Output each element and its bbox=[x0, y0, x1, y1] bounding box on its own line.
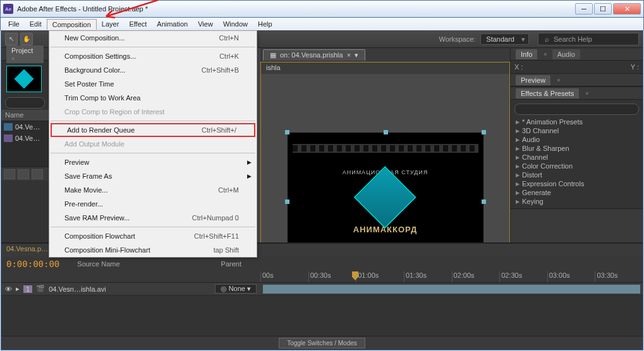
layer-name: 04.Vesn…ishla.avi bbox=[49, 285, 106, 293]
menu-window[interactable]: Window bbox=[218, 19, 253, 29]
current-time[interactable]: 0:00:00:00 bbox=[1, 259, 64, 269]
preset-category[interactable]: ▶Generate bbox=[514, 188, 639, 197]
menu-item-crop-comp-to-region-of-interest: Crop Comp to Region of Interest bbox=[49, 105, 257, 119]
composition-menu-dropdown: New Composition...Ctrl+NComposition Sett… bbox=[49, 30, 257, 258]
selection-tool[interactable]: ↖ bbox=[5, 33, 18, 45]
info-panel-tabs: Info × Audio bbox=[511, 48, 643, 61]
layer-bar[interactable] bbox=[263, 285, 640, 294]
info-tab[interactable]: Info bbox=[516, 49, 537, 59]
timeline-panel: 04.Vesna.p… × 0:00:00:00 Source Name Par… bbox=[1, 242, 643, 350]
project-item-avi[interactable]: 04.Ve… bbox=[1, 133, 49, 144]
menu-item-add-output-module: Add Output Module bbox=[49, 137, 257, 151]
transform-handle[interactable] bbox=[285, 199, 289, 204]
app-icon: Ae bbox=[3, 4, 13, 14]
menu-item-set-poster-time[interactable]: Set Poster Time bbox=[49, 77, 257, 91]
new-folder-button[interactable] bbox=[18, 169, 29, 179]
menu-item-background-color-[interactable]: Background Color...Ctrl+Shift+B bbox=[49, 63, 257, 77]
menu-item-preview[interactable]: Preview▶ bbox=[49, 155, 257, 169]
menu-item-add-to-render-queue[interactable]: Add to Render QueueCtrl+Shift+/ bbox=[51, 123, 255, 137]
menu-layer[interactable]: Layer bbox=[97, 19, 125, 29]
comp-name: ishla bbox=[261, 62, 509, 74]
new-comp-button[interactable] bbox=[32, 169, 43, 179]
layer-type-icon: 🎬 bbox=[36, 285, 45, 293]
eye-icon[interactable]: 👁 bbox=[5, 285, 12, 293]
preview-tab[interactable]: Preview bbox=[516, 75, 550, 85]
menu-item-composition-settings-[interactable]: Composition Settings...Ctrl+K bbox=[49, 49, 257, 63]
filmstrip-decoration bbox=[293, 144, 478, 153]
preset-category[interactable]: ▶3D Channel bbox=[514, 126, 639, 135]
project-footer bbox=[1, 167, 49, 181]
preset-category[interactable]: ▶Distort bbox=[514, 170, 639, 179]
time-tick: 03:30s bbox=[595, 271, 643, 282]
close-tab-icon[interactable]: × bbox=[347, 51, 351, 59]
time-tick: 01:30s bbox=[404, 271, 452, 282]
menu-item-pre-render-[interactable]: Pre-render... bbox=[49, 197, 257, 211]
project-name-header[interactable]: Name bbox=[1, 110, 49, 121]
time-ruler[interactable]: 00s00:30s01:00s01:30s02:00s02:30s03:00s0… bbox=[1, 271, 643, 283]
menu-composition[interactable]: Composition bbox=[47, 19, 97, 30]
transform-handle[interactable] bbox=[482, 130, 486, 134]
preset-category[interactable]: ▶Expression Controls bbox=[514, 179, 639, 188]
workspace-dropdown[interactable]: Standard bbox=[480, 33, 529, 45]
menu-item-trim-comp-to-work-area[interactable]: Trim Comp to Work Area bbox=[49, 91, 257, 105]
preset-category[interactable]: ▶* Animation Presets bbox=[514, 117, 639, 126]
time-tick: 03:00s bbox=[547, 271, 595, 282]
parent-header[interactable]: Parent bbox=[221, 260, 241, 268]
bin-button[interactable] bbox=[4, 169, 15, 179]
menu-view[interactable]: View bbox=[193, 19, 218, 29]
search-help-input[interactable]: ⌕ Search Help bbox=[538, 33, 639, 45]
project-search[interactable] bbox=[5, 97, 45, 109]
menu-item-save-frame-as[interactable]: Save Frame As▶ bbox=[49, 169, 257, 183]
menubar: FileEditCompositionLayerEffectAnimationV… bbox=[0, 18, 644, 30]
minimize-button[interactable]: ─ bbox=[575, 3, 593, 15]
menu-item-make-movie-[interactable]: Make Movie...Ctrl+M bbox=[49, 183, 257, 197]
project-item-comp[interactable]: 04.Ve… bbox=[1, 121, 49, 133]
timeline-layer-row[interactable]: 👁 ▸ 1 🎬 04.Vesn…ishla.avi ◎ None ▾ bbox=[1, 283, 643, 295]
hand-tool[interactable]: ✋ bbox=[20, 33, 33, 45]
search-icon: ⌕ bbox=[542, 35, 551, 44]
preset-category[interactable]: ▶Blur & Sharpen bbox=[514, 144, 639, 153]
time-tick: 02:30s bbox=[499, 271, 547, 282]
effects-presets-tab[interactable]: Effects & Presets bbox=[516, 88, 579, 98]
time-tick: 01:00s bbox=[356, 271, 404, 282]
preset-category[interactable]: ▶Keying bbox=[514, 197, 639, 206]
time-tick: 00s bbox=[260, 271, 308, 282]
transform-handle[interactable] bbox=[285, 130, 289, 134]
transform-handle[interactable] bbox=[482, 199, 486, 204]
project-panel-tab[interactable]: Project × bbox=[1, 48, 49, 61]
menu-item-composition-flowchart[interactable]: Composition FlowchartCtrl+Shift+F11 bbox=[49, 229, 257, 243]
preset-category[interactable]: ▶Audio bbox=[514, 135, 639, 144]
comp-tab[interactable]: ▦ on: 04.Vesna.prishla × ▾ bbox=[263, 49, 365, 61]
transform-handle[interactable] bbox=[384, 130, 388, 134]
menu-item-composition-mini-flowchart[interactable]: Composition Mini-Flowcharttap Shift bbox=[49, 243, 257, 257]
time-tick: 02:00s bbox=[452, 271, 500, 282]
close-button[interactable]: ✕ bbox=[613, 3, 641, 15]
workspace-label: Workspace: bbox=[439, 35, 475, 43]
effects-search[interactable] bbox=[514, 104, 639, 115]
toggle-switches-button[interactable]: Toggle Switches / Modes bbox=[279, 338, 365, 348]
source-name-header[interactable]: Source Name bbox=[77, 260, 119, 268]
parent-dropdown[interactable]: ◎ None ▾ bbox=[215, 284, 257, 294]
comp-icon: ▦ bbox=[270, 51, 276, 59]
menu-item-new-composition-[interactable]: New Composition...Ctrl+N bbox=[49, 31, 257, 45]
menu-file[interactable]: File bbox=[3, 19, 25, 29]
preset-category[interactable]: ▶Color Correction bbox=[514, 162, 639, 170]
maximize-button[interactable]: ☐ bbox=[594, 3, 612, 15]
project-thumbnail bbox=[6, 66, 42, 92]
menu-item-save-ram-preview-[interactable]: Save RAM Preview...Ctrl+Numpad 0 bbox=[49, 211, 257, 225]
preset-category[interactable]: ▶Channel bbox=[514, 153, 639, 162]
menu-effect[interactable]: Effect bbox=[124, 19, 152, 29]
time-tick: 00:30s bbox=[308, 271, 356, 282]
audio-tab[interactable]: Audio bbox=[552, 49, 580, 59]
menu-help[interactable]: Help bbox=[253, 19, 277, 29]
dropdown-icon[interactable]: ▾ bbox=[355, 51, 358, 59]
menu-edit[interactable]: Edit bbox=[25, 19, 47, 29]
menu-animation[interactable]: Animation bbox=[152, 19, 193, 29]
logo-graphic: АНИМАЦИОННАЯ СТУДИЯ АНИМАККОРД bbox=[343, 169, 428, 234]
comp-tabs: ▦ on: 04.Vesna.prishla × ▾ bbox=[260, 48, 510, 62]
annotation-arrow bbox=[95, 0, 164, 19]
